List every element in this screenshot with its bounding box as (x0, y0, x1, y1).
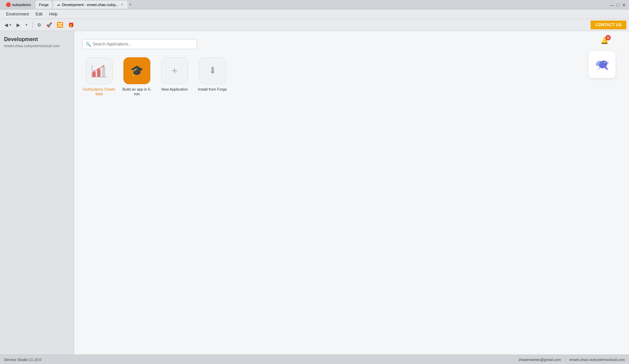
bird-svg (593, 56, 611, 74)
main-layout: Development enwei-zhao.outsystemscloud.c… (0, 31, 629, 355)
publish-icon: 🚀 (46, 22, 52, 28)
notification-badge: 6 (605, 35, 611, 40)
tab-development[interactable]: ☁ Development - enwei-zhao.outsy... ✕ (53, 1, 127, 9)
tab-forge[interactable]: Forge (36, 1, 52, 9)
publish-btn[interactable]: 🚀 (44, 21, 54, 29)
search-container: 🔍 (82, 39, 197, 49)
settings-btn[interactable]: ⚙ (35, 21, 43, 29)
status-env: enwei-zhao.outsystemscloud.com (569, 358, 625, 362)
app-icon-new: + (161, 57, 188, 84)
download-icon: ⬇ (209, 66, 216, 75)
menu-environment[interactable]: Environment (3, 10, 32, 18)
svg-point-8 (98, 68, 100, 70)
window-controls: — □ ✕ (609, 2, 626, 7)
minimize-btn[interactable]: — (609, 2, 614, 7)
forward-dropdown-btn[interactable]: ▼ (23, 22, 30, 28)
notification-bell[interactable]: 🔔 6 (600, 36, 609, 44)
graduation-cap-icon: 🎓 (130, 64, 144, 77)
toolbar-sep-1 (32, 22, 33, 28)
svg-rect-6 (92, 65, 92, 77)
svg-point-7 (93, 71, 95, 72)
app-icon-install: ⬇ (199, 57, 226, 84)
forward-dropdown-icon: ▼ (25, 23, 28, 27)
gift-icon: 🎁 (68, 22, 74, 28)
tab-forge-label: Forge (39, 3, 49, 7)
compare-btn[interactable]: 🔀 (55, 21, 65, 29)
app-label-charts: OutSystems Charts Web (82, 87, 116, 97)
app-card-build[interactable]: 🎓 Build an app in 5-min (120, 57, 154, 97)
toolbar: ◀ ▼ ▶ ▼ ⚙ 🚀 🔀 🎁 CONTACT US (0, 19, 629, 31)
close-btn[interactable]: ✕ (622, 2, 626, 7)
search-input[interactable] (82, 39, 197, 49)
title-bar: outsystems Forge ☁ Development - enwei-z… (0, 0, 629, 9)
app-card-new[interactable]: + New Application (158, 57, 191, 97)
apps-row: OutSystems Charts Web 🎓 Build an app in … (82, 57, 621, 97)
app-label-install: Install from Forge (198, 87, 227, 92)
menu-bar: Environment Edit Help (0, 9, 629, 19)
outsystems-logo (6, 2, 11, 7)
svg-point-9 (103, 65, 104, 67)
back-btn[interactable]: ◀ ▼ (3, 21, 13, 29)
content-area: 🔔 6 (74, 31, 629, 355)
bird-logo (589, 51, 616, 78)
app-card-charts[interactable]: OutSystems Charts Web (82, 57, 116, 97)
tab-dev-close[interactable]: ✕ (120, 3, 124, 6)
contact-us-button[interactable]: CONTACT US (591, 21, 626, 29)
menu-edit[interactable]: Edit (32, 10, 46, 18)
tab-outsystems-label: outsystems (12, 3, 31, 7)
menu-help[interactable]: Help (46, 10, 61, 18)
sidebar: Development enwei-zhao.outsystemscloud.c… (0, 31, 74, 355)
back-icon: ◀ (4, 22, 8, 28)
app-label-build: Build an app in 5-min (120, 87, 154, 97)
maximize-btn[interactable]: □ (616, 2, 620, 7)
status-right: zhaoenweiex@gmail.com enwei-zhao.outsyst… (518, 357, 625, 362)
forward-icon: ▶ (17, 22, 20, 28)
back-dropdown-icon: ▼ (9, 23, 12, 27)
app-label-new: New Application (161, 87, 188, 92)
sidebar-title: Development (4, 36, 70, 42)
compare-icon: 🔀 (57, 22, 63, 28)
tab-dev-label: Development - enwei-zhao.outsy... (62, 3, 119, 7)
tab-dropdown-btn[interactable]: ▼ (129, 3, 132, 6)
app-icon-charts (86, 57, 113, 84)
tab-outsystems[interactable]: outsystems (3, 1, 34, 9)
status-version: Service Studio 11.10.0 (4, 358, 41, 362)
svg-rect-2 (92, 72, 96, 77)
sidebar-subtitle: enwei-zhao.outsystemscloud.com (4, 44, 70, 48)
cloud-icon: ☁ (57, 2, 60, 7)
gear-icon: ⚙ (37, 22, 41, 28)
svg-rect-3 (97, 69, 100, 77)
status-separator (565, 357, 565, 362)
search-icon: 🔍 (86, 42, 91, 47)
svg-rect-5 (92, 77, 107, 77)
status-bar: Service Studio 11.10.0 zhaoenweiex@gmail… (0, 355, 629, 364)
status-email: zhaoenweiex@gmail.com (518, 358, 561, 362)
plus-icon: + (172, 65, 178, 76)
svg-rect-4 (102, 67, 105, 77)
forward-btn[interactable]: ▶ (15, 21, 22, 29)
svg-point-1 (605, 62, 606, 63)
app-link-charts[interactable]: OutSystems Charts Web (83, 87, 115, 96)
app-icon-build: 🎓 (123, 57, 150, 84)
app-card-install[interactable]: ⬇ Install from Forge (196, 57, 229, 97)
charts-svg (90, 62, 108, 79)
gift-btn[interactable]: 🎁 (66, 21, 76, 29)
